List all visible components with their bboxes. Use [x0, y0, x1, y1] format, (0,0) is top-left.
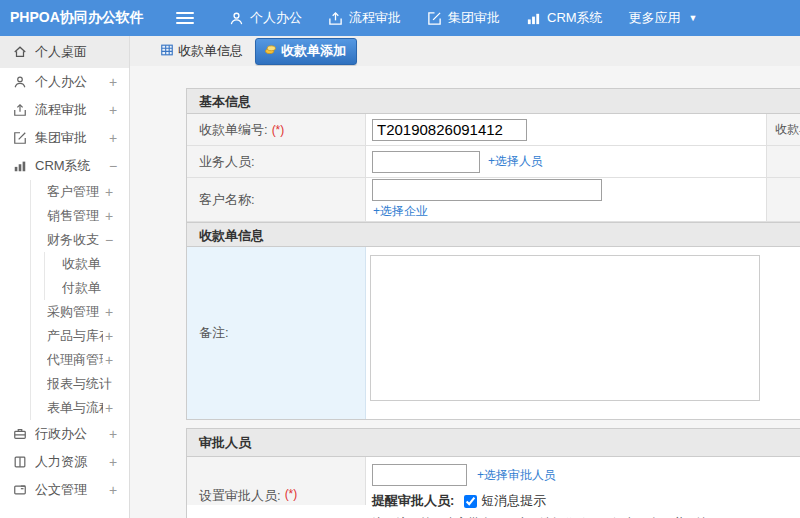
- nav-label: 集团审批: [448, 9, 500, 27]
- remark-label: 备注:: [199, 324, 229, 342]
- expand-icon[interactable]: +: [107, 130, 119, 146]
- book-icon: [12, 455, 28, 469]
- nav-label: CRM系统: [547, 9, 603, 27]
- sidebar-item-workflow-approval[interactable]: 流程审批 +: [0, 96, 129, 124]
- nav-more-apps[interactable]: 更多应用 ▼: [616, 0, 711, 36]
- caret-down-icon: ▼: [689, 13, 698, 23]
- expand-icon[interactable]: +: [103, 328, 115, 344]
- required-marker: (*): [272, 123, 285, 137]
- receipt-no-label: 收款单编号:: [199, 121, 268, 139]
- nav-group-approval[interactable]: 集团审批: [414, 0, 513, 36]
- user-icon: [12, 75, 28, 89]
- flow-icon: [328, 11, 343, 26]
- staff-label: 业务人员:: [199, 153, 255, 171]
- sidebar-item-payment[interactable]: 付款单: [45, 276, 129, 300]
- tab-label: 收款单信息: [178, 42, 243, 60]
- crm-submenu: 客户管理 + 销售管理 + 财务收支 − 收款单 付款单 采购管理 + 产品与库…: [30, 180, 129, 420]
- form-row-customer: 客户名称: +选择企业: [187, 178, 800, 222]
- section-header-approver: 审批人员: [187, 429, 800, 457]
- remind-row: 提醒审批人员: 短消息提示: [372, 492, 546, 510]
- money-icon: [264, 43, 277, 59]
- remark-textarea[interactable]: [370, 255, 760, 401]
- approver-label: 设置审批人员:: [199, 487, 281, 505]
- tab-receipt-info[interactable]: 收款单信息: [160, 42, 243, 60]
- expand-icon[interactable]: +: [107, 482, 119, 498]
- sidebar-item-form-flow-settings[interactable]: 表单与流程设置 +: [31, 396, 129, 420]
- edit-icon: [427, 11, 442, 26]
- nav-label: 更多应用: [629, 9, 681, 27]
- expand-icon[interactable]: +: [107, 74, 119, 90]
- top-navigation: 个人办公 流程审批 集团审批 CRM系统 更多应用 ▼: [216, 0, 711, 36]
- app-brand: PHPOA协同办公软件: [0, 9, 130, 27]
- sidebar-item-receipt[interactable]: 收款单: [45, 252, 129, 276]
- customer-input[interactable]: [372, 179, 602, 201]
- tab-label: 收款单添加: [281, 42, 346, 60]
- form-row-approver: 设置审批人员: (*) +选择审批人员 提醒审批人员: 短消息提示 注：流程第一…: [187, 457, 800, 518]
- collapse-icon[interactable]: −: [103, 232, 115, 248]
- sidebar-item-finance[interactable]: 财务收支 −: [31, 228, 129, 252]
- table-icon: [160, 43, 174, 60]
- approver-table: 审批人员 设置审批人员: (*) +选择审批人员 提醒审批人员: 短消息提示 注…: [186, 428, 800, 518]
- sidebar-item-desktop[interactable]: 个人桌面: [0, 36, 129, 68]
- approver-input[interactable]: [372, 464, 467, 486]
- tab-strip: 收款单信息 收款单添加: [130, 36, 800, 66]
- sidebar-item-product-inventory[interactable]: 产品与库存 +: [31, 324, 129, 348]
- remind-label: 提醒审批人员:: [372, 492, 454, 510]
- expand-icon[interactable]: +: [107, 102, 119, 118]
- sidebar-item-group-approval[interactable]: 集团审批 +: [0, 124, 129, 152]
- staff-input[interactable]: [372, 151, 480, 173]
- basic-info-table: 基本信息 收款单编号: (*) 收款单 业务人员: +选择人员 客户名称:: [186, 88, 800, 420]
- sidebar-item-document-mgmt[interactable]: 公文管理 +: [0, 476, 129, 504]
- sidebar-item-purchase-mgmt[interactable]: 采购管理 +: [31, 300, 129, 324]
- section-header-receipt-info: 收款单信息: [187, 222, 800, 247]
- nav-personal-office[interactable]: 个人办公: [216, 0, 315, 36]
- form-row-receipt-no: 收款单编号: (*) 收款单: [187, 114, 800, 146]
- sidebar-item-admin-office[interactable]: 行政办公 +: [0, 420, 129, 448]
- flow-icon: [12, 103, 28, 117]
- expand-icon[interactable]: +: [103, 208, 115, 224]
- sidebar: 个人桌面 个人办公 + 流程审批 + 集团审批 + CRM系统 − 客户管理 +…: [0, 36, 130, 518]
- amount-label: [766, 146, 800, 177]
- edit-icon: [12, 131, 28, 145]
- chart-icon: [12, 159, 28, 173]
- nav-crm[interactable]: CRM系统: [513, 0, 616, 36]
- briefcase-icon: [12, 427, 28, 441]
- sidebar-item-crm[interactable]: CRM系统 −: [0, 152, 129, 180]
- select-approver-link[interactable]: +选择审批人员: [477, 467, 556, 484]
- required-marker: (*): [285, 487, 298, 501]
- chart-icon: [526, 11, 541, 26]
- expand-icon[interactable]: +: [103, 400, 115, 416]
- section-header-basic: 基本信息: [187, 89, 800, 114]
- sidebar-item-customer-mgmt[interactable]: 客户管理 +: [31, 180, 129, 204]
- collapse-icon[interactable]: −: [107, 158, 119, 174]
- nav-label: 流程审批: [349, 9, 401, 27]
- expand-icon[interactable]: +: [107, 426, 119, 442]
- form-row-remark: 备注:: [187, 247, 800, 419]
- nav-workflow-approval[interactable]: 流程审批: [315, 0, 414, 36]
- sidebar-item-sales-mgmt[interactable]: 销售管理 +: [31, 204, 129, 228]
- select-staff-link[interactable]: +选择人员: [488, 153, 543, 170]
- user-icon: [229, 11, 244, 26]
- home-icon: [12, 45, 28, 59]
- sms-checkbox[interactable]: [464, 495, 477, 508]
- sidebar-item-personal-office[interactable]: 个人办公 +: [0, 68, 129, 96]
- customer-label: 客户名称:: [199, 191, 255, 209]
- form-row-staff: 业务人员: +选择人员: [187, 146, 800, 178]
- sidebar-item-agent-mgmt[interactable]: 代理商管理 +: [31, 348, 129, 372]
- finance-submenu: 收款单 付款单: [44, 252, 129, 300]
- hamburger-menu-icon[interactable]: [176, 12, 194, 24]
- topbar: PHPOA协同办公软件 个人办公 流程审批 集团审批 CRM系统 更多应用 ▼: [0, 0, 800, 36]
- receipt-date-label: 收款单: [766, 114, 800, 145]
- sidebar-item-reports[interactable]: 报表与统计: [31, 372, 129, 396]
- expand-icon[interactable]: +: [103, 352, 115, 368]
- expand-icon[interactable]: +: [107, 454, 119, 470]
- select-company-link[interactable]: +选择企业: [373, 203, 428, 220]
- sidebar-item-hr[interactable]: 人力资源 +: [0, 448, 129, 476]
- tab-receipt-add[interactable]: 收款单添加: [255, 38, 357, 65]
- receipt-no-input[interactable]: [372, 119, 527, 141]
- sms-label: 短消息提示: [481, 492, 546, 510]
- expand-icon[interactable]: +: [103, 184, 115, 200]
- main-content: 基本信息 收款单编号: (*) 收款单 业务人员: +选择人员 客户名称:: [130, 66, 800, 518]
- expand-icon[interactable]: +: [103, 304, 115, 320]
- nav-label: 个人办公: [250, 9, 302, 27]
